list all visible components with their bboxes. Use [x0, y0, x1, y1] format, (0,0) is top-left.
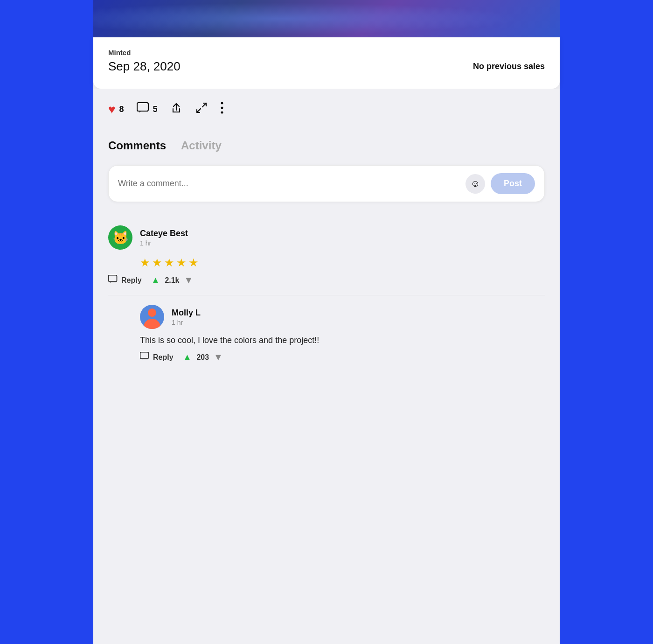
- svg-rect-4: [109, 275, 117, 282]
- username: Cateye Best: [140, 229, 188, 238]
- comment-input-box: ☺️ Post: [108, 165, 545, 202]
- reply-icon: [108, 275, 118, 286]
- minted-card: Minted Sep 28, 2020 No previous sales: [93, 37, 560, 89]
- emoji-button[interactable]: ☺️: [465, 174, 485, 194]
- upvote-button[interactable]: ▲: [151, 275, 160, 286]
- nft-image: [93, 0, 560, 37]
- time-ago: 1 hr: [140, 239, 188, 247]
- svg-rect-0: [137, 103, 148, 111]
- avatar-body: [144, 319, 160, 329]
- upvote-button[interactable]: ▲: [183, 352, 192, 363]
- no-previous-sales: No previous sales: [473, 62, 545, 71]
- comment-input[interactable]: [118, 179, 460, 189]
- comments-action[interactable]: 5: [137, 102, 157, 116]
- likes-count: 8: [119, 105, 124, 114]
- share-icon: [170, 102, 182, 117]
- comment-header: Molly L 1 hr: [140, 305, 545, 329]
- comment-item: 🐱 Cateye Best 1 hr ★ ★ ★ ★ ★: [108, 216, 545, 295]
- comment-actions: Reply ▲ 2.1k ▼: [108, 275, 545, 286]
- comment-actions: Reply ▲ 203 ▼: [140, 352, 545, 363]
- star-5: ★: [188, 256, 199, 269]
- avatar: [140, 305, 164, 329]
- svg-point-1: [221, 102, 223, 105]
- share-action[interactable]: [170, 102, 182, 117]
- more-icon: [221, 102, 223, 117]
- reply-button[interactable]: Reply: [140, 352, 174, 363]
- likes-action[interactable]: ♥ 8: [108, 102, 124, 117]
- star-2: ★: [152, 256, 162, 269]
- comment-user-info: Cateye Best 1 hr: [140, 229, 188, 247]
- vote-count: 203: [196, 353, 209, 362]
- minted-label: Minted: [108, 49, 545, 56]
- heart-icon: ♥: [108, 102, 115, 117]
- tab-activity[interactable]: Activity: [181, 139, 222, 156]
- minted-date: Sep 28, 2020: [108, 59, 181, 74]
- svg-point-3: [221, 112, 223, 114]
- page-wrapper: Minted Sep 28, 2020 No previous sales ♥ …: [0, 0, 653, 644]
- minted-row: Sep 28, 2020 No previous sales: [108, 59, 545, 74]
- comment-input-section: ☺️ Post: [93, 156, 560, 211]
- expand-action[interactable]: [195, 102, 208, 117]
- vote-section: ▲ 203 ▼: [183, 352, 223, 363]
- comment-user-info: Molly L 1 hr: [172, 308, 201, 326]
- downvote-button[interactable]: ▼: [214, 352, 223, 363]
- comment-header: 🐱 Cateye Best 1 hr: [108, 225, 545, 250]
- stars-row: ★ ★ ★ ★ ★: [108, 256, 545, 269]
- avatar-person: [140, 305, 164, 329]
- vote-section: ▲ 2.1k ▼: [151, 275, 194, 286]
- time-ago: 1 hr: [172, 319, 201, 326]
- post-button[interactable]: Post: [491, 173, 535, 194]
- comment-item: Molly L 1 hr This is so cool, I love the…: [140, 295, 545, 372]
- tabs-section: Comments Activity: [93, 130, 560, 156]
- avatar: 🐱: [108, 225, 132, 250]
- reply-icon: [140, 352, 149, 363]
- svg-rect-5: [140, 352, 149, 359]
- more-action[interactable]: [221, 102, 223, 117]
- username: Molly L: [172, 308, 201, 318]
- downvote-button[interactable]: ▼: [184, 275, 194, 286]
- emoji-icon: ☺️: [471, 178, 480, 189]
- reply-button[interactable]: Reply: [108, 275, 142, 286]
- avatar-head: [148, 308, 156, 317]
- svg-point-2: [221, 107, 223, 109]
- avatar-image: 🐱: [112, 230, 129, 245]
- main-container: Minted Sep 28, 2020 No previous sales ♥ …: [93, 0, 560, 644]
- comments-count: 5: [153, 105, 157, 114]
- reply-label: Reply: [121, 276, 142, 285]
- reply-label: Reply: [153, 353, 174, 362]
- star-3: ★: [164, 256, 174, 269]
- tab-comments[interactable]: Comments: [108, 139, 166, 156]
- comments-section: 🐱 Cateye Best 1 hr ★ ★ ★ ★ ★: [93, 211, 560, 377]
- chat-icon: [137, 102, 149, 116]
- expand-icon: [195, 102, 208, 117]
- vote-count: 2.1k: [165, 276, 179, 285]
- actions-bar: ♥ 8 5: [93, 89, 560, 130]
- comment-text: This is so cool, I love the colors and t…: [140, 336, 545, 345]
- star-4: ★: [176, 256, 187, 269]
- star-1: ★: [140, 256, 150, 269]
